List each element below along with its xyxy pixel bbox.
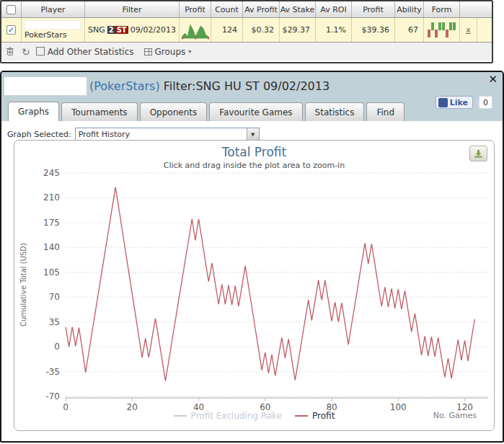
window-header: (PokerStars) Filter:SNG HU ST 09/02/2013… <box>1 72 503 121</box>
av-roi-cell: 1.1% <box>316 18 352 42</box>
add-other-statistics-button[interactable]: Add Other Statistics <box>37 47 134 57</box>
y-tick-label: 105 <box>43 267 60 278</box>
facebook-row: f Like 0 <box>436 96 492 109</box>
y-tick-label: 35 <box>49 317 60 327</box>
col-count[interactable]: Count <box>211 1 243 17</box>
col-av-roi[interactable]: Av ROI <box>316 1 352 17</box>
y-tick-label: 210 <box>43 192 60 203</box>
col-player[interactable]: Player <box>22 1 85 17</box>
y-tick-label: 245 <box>43 168 60 178</box>
col-av-profit[interactable]: Av Profit <box>243 1 280 17</box>
form-win-bar <box>442 22 445 30</box>
profit-cell: $39.36 <box>352 18 395 42</box>
y-tick-label: 140 <box>43 242 60 252</box>
tab-opponents[interactable]: Opponents <box>140 102 208 121</box>
col-filter[interactable]: Filter <box>85 1 180 17</box>
form-win-bar <box>431 22 434 30</box>
col-form[interactable]: Form <box>424 1 460 17</box>
form-cell <box>424 18 460 42</box>
graphs-tab-content: Graph Selected: Profit History ▼ Total P… <box>1 121 503 443</box>
y-tick-label: 0 <box>54 342 60 352</box>
badge-2: 2 <box>107 26 115 34</box>
redacted-player-name-title <box>4 77 87 95</box>
stats-table-header: Player Filter Profit Count Av Profit Av … <box>1 1 492 18</box>
chart-legend: Profit Excluding Rake Profit <box>14 411 494 421</box>
filter-title: Filter:SNG HU ST 09/02/2013 <box>160 79 330 93</box>
tab-tournaments[interactable]: Tournaments <box>61 102 138 121</box>
profit-sparkline <box>182 21 209 40</box>
row-spacer <box>477 18 492 42</box>
player-detail-window: (PokerStars) Filter:SNG HU ST 09/02/2013… <box>0 71 504 443</box>
form-win-bar <box>449 22 452 30</box>
count-cell: 124 <box>211 18 243 42</box>
col-profit[interactable]: Profit <box>352 1 395 17</box>
av-stake-cell: $29.37 <box>280 18 316 42</box>
chevron-down-icon: ▾ <box>188 48 191 55</box>
tab-favourite-games[interactable]: Favourite Games <box>209 102 302 121</box>
ability-cell: 67 <box>395 18 424 42</box>
add-statistics-label: Add Other Statistics <box>48 47 134 57</box>
yaxis-title: Cumulative Total (USD) <box>19 243 27 327</box>
facebook-like-button[interactable]: f Like <box>436 96 473 109</box>
filter-date: 09/02/2013 <box>131 25 176 35</box>
col-profit-graph[interactable]: Profit <box>180 1 211 17</box>
select-all-checkbox[interactable] <box>6 5 16 14</box>
filter-prefix: SNG <box>88 25 105 35</box>
graph-select-value: Profit History <box>79 130 130 139</box>
dropdown-arrow-icon: ▼ <box>247 128 259 141</box>
window-title: (PokerStars) Filter:SNG HU ST 09/02/2013 <box>89 79 330 93</box>
y-tick-label: 70 <box>49 292 60 302</box>
remove-row-link[interactable]: x <box>460 18 477 42</box>
profit-history-chart[interactable]: Total Profit Click and drag inside the p… <box>14 140 495 431</box>
y-tick-label: -35 <box>45 367 60 377</box>
groups-button[interactable]: Groups ▾ <box>144 47 192 57</box>
player-site-label: PokerStars <box>25 30 67 40</box>
profit-line <box>66 187 474 381</box>
xaxis-title: No. Games <box>433 411 477 420</box>
stats-table: Player Filter Profit Count Av Profit Av … <box>0 0 493 63</box>
profit-sparkline-cell <box>180 18 211 42</box>
form-loss-bar <box>446 30 448 37</box>
like-label: Like <box>450 98 468 107</box>
chart-plot-area[interactable]: 24521017514010570350-35-7002040608010012… <box>14 141 494 430</box>
tab-bar: Graphs Tournaments Opponents Favourite G… <box>8 102 404 121</box>
filter-badge: 2 ST <box>107 26 128 34</box>
filter-cell: SNG 2 ST 09/02/2013 <box>85 18 180 42</box>
y-tick-label: -70 <box>45 391 60 401</box>
row-checkbox[interactable]: ✓ <box>6 25 16 35</box>
form-win-bar <box>438 22 441 30</box>
legend-profit-label: Profit <box>312 411 335 421</box>
graph-select-label: Graph Selected: <box>7 130 71 139</box>
form-win-bar <box>453 22 456 30</box>
like-count-value: 0 <box>479 96 492 109</box>
tab-find[interactable]: Find <box>366 102 404 121</box>
trash-icon[interactable] <box>6 47 14 56</box>
facebook-icon: f <box>438 98 448 107</box>
tab-statistics[interactable]: Statistics <box>305 102 365 121</box>
facebook-like-count: 0 <box>475 96 492 109</box>
col-av-stake[interactable]: Av Stake <box>280 1 316 17</box>
select-all-cell <box>1 1 22 17</box>
legend-profit-excluding-rake[interactable]: Profit Excluding Rake <box>174 411 282 421</box>
redacted-player-name <box>25 20 81 30</box>
y-tick-label: 175 <box>43 218 60 228</box>
legend-profit-swatch <box>295 415 308 417</box>
table-row[interactable]: ✓ PokerStars SNG 2 ST 09/02/2013 124 $0.… <box>1 18 492 43</box>
close-icon[interactable]: ✕ <box>488 74 498 85</box>
col-spacer <box>460 1 492 17</box>
legend-rake-swatch <box>174 415 187 417</box>
legend-profit[interactable]: Profit <box>295 411 335 421</box>
av-profit-cell: $0.32 <box>243 18 280 42</box>
player-cell: PokerStars <box>22 18 85 42</box>
refresh-icon[interactable]: ↻ <box>22 46 30 58</box>
groups-icon <box>144 48 152 56</box>
table-toolbar: ↻ Add Other Statistics Groups ▾ <box>1 43 492 61</box>
form-loss-bar <box>428 30 430 37</box>
site-name: (PokerStars) <box>89 79 160 93</box>
form-loss-bar <box>435 30 438 37</box>
col-ability[interactable]: Ability <box>395 1 424 17</box>
row-select-cell: ✓ <box>1 18 22 42</box>
tab-graphs[interactable]: Graphs <box>8 102 59 121</box>
add-statistics-icon <box>37 48 45 56</box>
badge-st: ST <box>115 26 128 34</box>
